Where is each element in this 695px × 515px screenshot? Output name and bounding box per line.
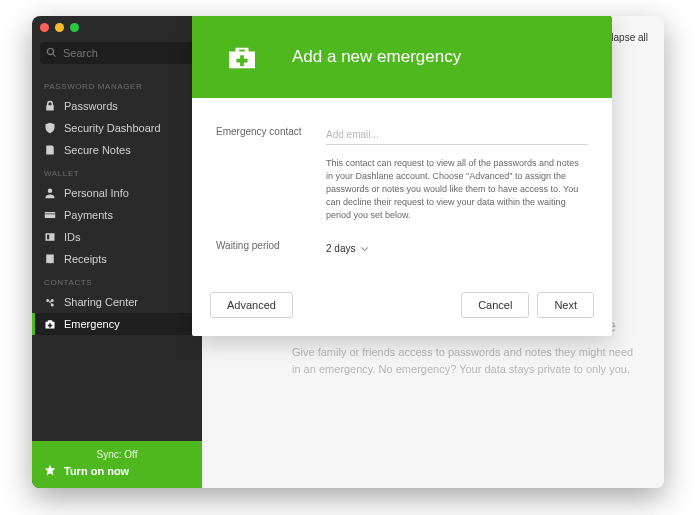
receipt-icon	[44, 253, 56, 265]
app-window: PASSWORD MANAGER Passwords Security Dash…	[32, 16, 664, 488]
sidebar-item-sharing-center[interactable]: Sharing Center	[32, 291, 202, 313]
section-label-wallet: WALLET	[32, 161, 202, 182]
sidebar-item-label: Payments	[64, 209, 113, 221]
modal-header: Add a new emergency	[192, 16, 612, 98]
advanced-button[interactable]: Advanced	[210, 292, 293, 318]
close-window-button[interactable]	[40, 23, 49, 32]
sidebar-item-personal-info[interactable]: Personal Info	[32, 182, 202, 204]
search-input[interactable]	[63, 47, 188, 59]
sidebar-item-ids[interactable]: IDs	[32, 226, 202, 248]
waiting-period-value: 2 days	[326, 243, 355, 254]
background-description: Give family or friends access to passwor…	[292, 344, 644, 377]
sidebar-item-label: Security Dashboard	[64, 122, 161, 134]
emergency-icon	[44, 318, 56, 330]
person-icon	[44, 187, 56, 199]
sidebar-item-label: Passwords	[64, 100, 118, 112]
search-field[interactable]	[40, 42, 194, 64]
modal-body: Emergency contact This contact can reque…	[192, 98, 612, 282]
sidebar-item-emergency[interactable]: Emergency	[32, 313, 202, 335]
emergency-contact-label: Emergency contact	[216, 124, 326, 145]
sidebar-item-label: Receipts	[64, 253, 107, 265]
note-icon	[44, 144, 56, 156]
sync-footer: Sync: Off Turn on now	[32, 441, 202, 488]
cancel-button[interactable]: Cancel	[461, 292, 529, 318]
section-label-password-manager: PASSWORD MANAGER	[32, 74, 202, 95]
modal-title: Add a new emergency	[292, 47, 461, 67]
sidebar-item-label: Secure Notes	[64, 144, 131, 156]
sidebar-item-label: Personal Info	[64, 187, 129, 199]
search-icon	[46, 47, 57, 60]
card-icon	[44, 209, 56, 221]
add-emergency-modal: Add a new emergency Emergency contact Th…	[192, 16, 612, 336]
sidebar: PASSWORD MANAGER Passwords Security Dash…	[32, 16, 202, 488]
zoom-window-button[interactable]	[70, 23, 79, 32]
sidebar-item-receipts[interactable]: Receipts	[32, 248, 202, 270]
chevron-down-icon	[361, 243, 368, 254]
sidebar-item-payments[interactable]: Payments	[32, 204, 202, 226]
sidebar-item-security-dashboard[interactable]: Security Dashboard	[32, 117, 202, 139]
waiting-period-select[interactable]: 2 days	[326, 243, 368, 254]
modal-help-text: This contact can request to view all of …	[326, 157, 588, 222]
share-icon	[44, 296, 56, 308]
shield-icon	[44, 122, 56, 134]
window-controls	[32, 16, 202, 38]
lock-icon	[44, 100, 56, 112]
turn-on-sync-button[interactable]: Turn on now	[44, 464, 190, 478]
id-icon	[44, 231, 56, 243]
sidebar-item-passwords[interactable]: Passwords	[32, 95, 202, 117]
minimize-window-button[interactable]	[55, 23, 64, 32]
sidebar-item-label: Emergency	[64, 318, 120, 330]
main-area: Collapse all lane Give family or friends…	[202, 16, 664, 488]
medical-kit-icon	[192, 44, 292, 70]
waiting-period-label: Waiting period	[216, 238, 326, 256]
turn-on-label: Turn on now	[64, 465, 129, 477]
next-button[interactable]: Next	[537, 292, 594, 318]
sidebar-item-label: Sharing Center	[64, 296, 138, 308]
sidebar-item-secure-notes[interactable]: Secure Notes	[32, 139, 202, 161]
sync-status: Sync: Off	[44, 449, 190, 460]
sidebar-item-label: IDs	[64, 231, 81, 243]
section-label-contacts: CONTACTS	[32, 270, 202, 291]
emergency-contact-input[interactable]	[326, 127, 588, 145]
star-icon	[44, 464, 56, 478]
modal-footer: Advanced Cancel Next	[192, 282, 612, 336]
